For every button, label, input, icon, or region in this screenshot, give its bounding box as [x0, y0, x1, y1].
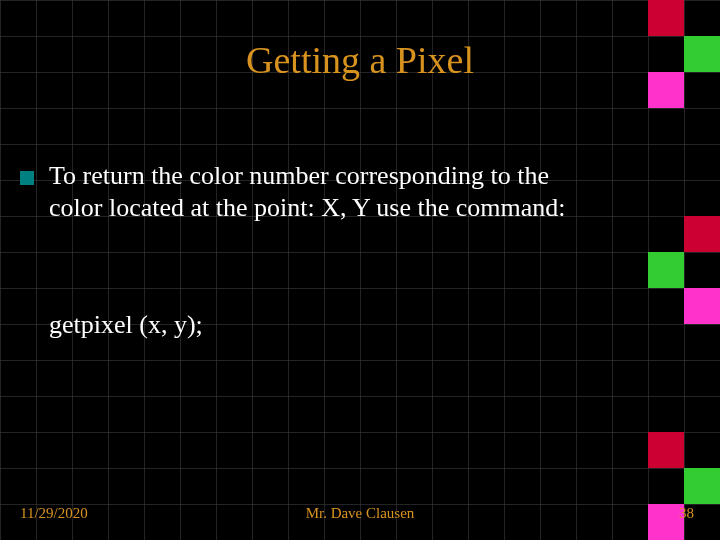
footer-author: Mr. Dave Clausen [0, 505, 720, 522]
deco-square-magenta-icon [684, 288, 720, 324]
deco-square-green-icon [684, 468, 720, 504]
deco-square-green-icon [648, 252, 684, 288]
deco-square-red-icon [648, 0, 684, 36]
deco-square-red-icon [648, 432, 684, 468]
footer-page: 38 [679, 505, 694, 522]
deco-square-red-icon [684, 216, 720, 252]
code-line: getpixel (x, y); [49, 310, 203, 340]
body-paragraph: To return the color number corresponding… [49, 160, 604, 223]
page-title: Getting a Pixel [0, 38, 720, 82]
square-bullet-icon [20, 171, 34, 185]
